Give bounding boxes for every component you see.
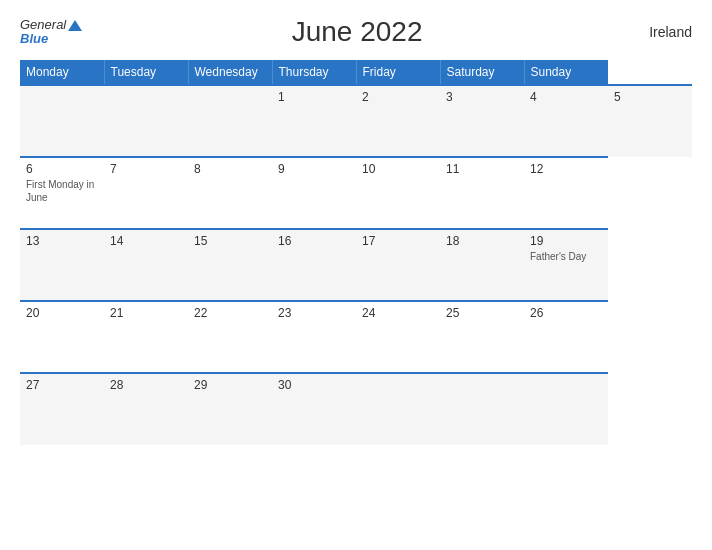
day-number: 24	[362, 306, 434, 320]
day-number: 23	[278, 306, 350, 320]
col-sunday: Sunday	[524, 60, 608, 85]
col-saturday: Saturday	[440, 60, 524, 85]
logo-general: General	[20, 18, 82, 32]
event-label: First Monday in June	[26, 178, 98, 204]
calendar-cell: 6First Monday in June	[20, 157, 104, 229]
calendar-cell: 27	[20, 373, 104, 445]
day-number: 13	[26, 234, 98, 248]
col-monday: Monday	[20, 60, 104, 85]
calendar-table: Monday Tuesday Wednesday Thursday Friday…	[20, 60, 692, 445]
calendar-cell: 10	[356, 157, 440, 229]
calendar-header: Monday Tuesday Wednesday Thursday Friday…	[20, 60, 692, 85]
day-number: 19	[530, 234, 602, 248]
day-number: 29	[194, 378, 266, 392]
calendar-cell: 13	[20, 229, 104, 301]
calendar-cell: 3	[440, 85, 524, 157]
weekday-header-row: Monday Tuesday Wednesday Thursday Friday…	[20, 60, 692, 85]
calendar-title: June 2022	[292, 16, 423, 48]
calendar-cell: 8	[188, 157, 272, 229]
calendar-cell: 26	[524, 301, 608, 373]
day-number: 28	[110, 378, 182, 392]
day-number: 11	[446, 162, 518, 176]
day-number: 16	[278, 234, 350, 248]
calendar-cell: 18	[440, 229, 524, 301]
calendar-cell	[20, 85, 104, 157]
calendar-cell: 9	[272, 157, 356, 229]
calendar-week-row: 13141516171819Father's Day	[20, 229, 692, 301]
col-friday: Friday	[356, 60, 440, 85]
calendar-cell: 1	[272, 85, 356, 157]
day-number: 21	[110, 306, 182, 320]
calendar-cell: 11	[440, 157, 524, 229]
calendar-cell	[440, 373, 524, 445]
day-number: 25	[446, 306, 518, 320]
day-number: 27	[26, 378, 98, 392]
calendar-cell	[356, 373, 440, 445]
col-tuesday: Tuesday	[104, 60, 188, 85]
calendar-week-row: 6First Monday in June789101112	[20, 157, 692, 229]
calendar-cell: 12	[524, 157, 608, 229]
calendar-cell	[104, 85, 188, 157]
calendar-cell: 15	[188, 229, 272, 301]
day-number: 30	[278, 378, 350, 392]
calendar-cell: 16	[272, 229, 356, 301]
day-number: 6	[26, 162, 98, 176]
calendar-cell: 29	[188, 373, 272, 445]
day-number: 9	[278, 162, 350, 176]
calendar-cell: 17	[356, 229, 440, 301]
calendar-cell: 30	[272, 373, 356, 445]
day-number: 4	[530, 90, 602, 104]
logo-blue: Blue	[20, 32, 82, 46]
calendar-cell: 22	[188, 301, 272, 373]
calendar-cell: 4	[524, 85, 608, 157]
calendar-page: General Blue June 2022 Ireland Monday Tu…	[0, 0, 712, 550]
calendar-cell: 14	[104, 229, 188, 301]
calendar-week-row: 20212223242526	[20, 301, 692, 373]
day-number: 22	[194, 306, 266, 320]
day-number: 12	[530, 162, 602, 176]
calendar-week-row: 12345	[20, 85, 692, 157]
calendar-cell	[188, 85, 272, 157]
calendar-week-row: 27282930	[20, 373, 692, 445]
day-number: 20	[26, 306, 98, 320]
country-label: Ireland	[632, 24, 692, 40]
day-number: 2	[362, 90, 434, 104]
header: General Blue June 2022 Ireland	[20, 16, 692, 48]
col-thursday: Thursday	[272, 60, 356, 85]
calendar-cell: 25	[440, 301, 524, 373]
event-label: Father's Day	[530, 250, 602, 263]
day-number: 18	[446, 234, 518, 248]
calendar-body: 123456First Monday in June78910111213141…	[20, 85, 692, 445]
day-number: 17	[362, 234, 434, 248]
calendar-cell: 21	[104, 301, 188, 373]
day-number: 15	[194, 234, 266, 248]
calendar-cell: 5	[608, 85, 692, 157]
calendar-cell: 7	[104, 157, 188, 229]
day-number: 1	[278, 90, 350, 104]
logo: General Blue	[20, 18, 82, 47]
day-number: 10	[362, 162, 434, 176]
day-number: 3	[446, 90, 518, 104]
day-number: 5	[614, 90, 686, 104]
calendar-cell: 2	[356, 85, 440, 157]
day-number: 26	[530, 306, 602, 320]
calendar-cell	[524, 373, 608, 445]
day-number: 14	[110, 234, 182, 248]
calendar-cell: 23	[272, 301, 356, 373]
calendar-cell: 24	[356, 301, 440, 373]
calendar-cell: 28	[104, 373, 188, 445]
col-wednesday: Wednesday	[188, 60, 272, 85]
calendar-cell: 19Father's Day	[524, 229, 608, 301]
logo-triangle-icon	[68, 20, 82, 31]
day-number: 7	[110, 162, 182, 176]
day-number: 8	[194, 162, 266, 176]
calendar-cell: 20	[20, 301, 104, 373]
